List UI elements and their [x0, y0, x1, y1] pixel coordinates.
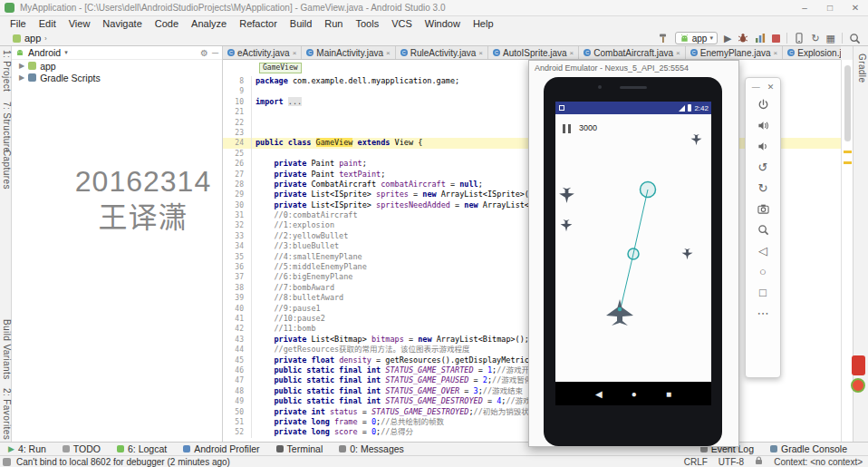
menu-item-build[interactable]: Build: [284, 16, 318, 31]
tab-label: CombatAircraft.java: [593, 48, 673, 58]
menu-item-view[interactable]: View: [63, 16, 97, 31]
terminal-icon: [276, 445, 284, 452]
tool-button-captures[interactable]: Captures: [0, 150, 12, 190]
tool-button-todo[interactable]: TODO: [54, 443, 109, 454]
tool-button-build-variants[interactable]: Build Variants: [0, 319, 12, 380]
minimize-window-icon[interactable]: –: [792, 0, 817, 16]
emulator-volume-up-icon[interactable]: [746, 115, 780, 136]
search-icon[interactable]: [849, 33, 861, 44]
tab-enemyplane-java[interactable]: CEnemyPlane.java×: [686, 46, 784, 59]
nav-back-icon[interactable]: ◀: [595, 389, 603, 399]
profiler-icon[interactable]: [755, 33, 766, 44]
emulator-overview-icon[interactable]: □: [746, 282, 780, 303]
tool-button-android-profiler[interactable]: Android Profiler: [175, 443, 267, 454]
close-tab-icon[interactable]: ×: [570, 49, 574, 57]
floating-widget[interactable]: [851, 355, 865, 393]
menu-item-navigate[interactable]: Navigate: [96, 16, 148, 31]
emulator-power-icon[interactable]: [746, 94, 780, 115]
close-tab-icon[interactable]: ×: [774, 49, 778, 57]
tool-button-1-project[interactable]: 1: Project: [0, 50, 12, 92]
debug-bug-icon[interactable]: [738, 33, 748, 44]
tab-combataircraft-java[interactable]: CCombatAircraft.java×: [579, 46, 685, 59]
stop-button[interactable]: [772, 34, 780, 43]
warning-stripe-mark[interactable]: [844, 151, 852, 153]
tab-autoisprite-java[interactable]: CAutoISprite.java×: [488, 46, 579, 59]
pause-button[interactable]: [563, 124, 571, 133]
avd-manager-icon[interactable]: [794, 33, 805, 44]
menu-item-tools[interactable]: Tools: [349, 16, 385, 31]
nav-overview-icon[interactable]: ■: [666, 389, 671, 399]
gradle-sync-icon[interactable]: ↻: [811, 33, 819, 44]
maximize-window-icon[interactable]: □: [817, 0, 843, 16]
emulator-more-icon[interactable]: ⋯: [746, 303, 780, 324]
build-hammer-icon[interactable]: [658, 33, 669, 44]
collapse-panel-icon[interactable]: ─: [212, 48, 218, 58]
emulator-volume-down-icon[interactable]: [746, 136, 780, 157]
tool-button-terminal[interactable]: Terminal: [268, 443, 332, 454]
tab-explosion-java[interactable]: CExplosion.java×: [783, 46, 841, 59]
player-aircraft-sprite[interactable]: [604, 298, 635, 329]
tool-button-4-run[interactable]: ▶4: Run: [0, 443, 54, 454]
line-number: 35: [223, 252, 252, 262]
menu-item-code[interactable]: Code: [149, 16, 185, 31]
context-indicator[interactable]: Context: <no context>: [774, 457, 863, 467]
tool-button-7-structure[interactable]: 7: Structure: [0, 102, 12, 153]
emulator-zoom-icon[interactable]: [746, 219, 780, 240]
project-tree-item-gradle-scripts[interactable]: ▶ Gradle Scripts: [12, 72, 222, 83]
phone-screen[interactable]: 2:42 3000: [555, 102, 711, 405]
run-config-select[interactable]: app ▾: [675, 32, 718, 44]
menu-item-vcs[interactable]: VCS: [385, 16, 419, 31]
close-tab-icon[interactable]: ×: [386, 49, 391, 57]
tab-eactivity-java[interactable]: CeActivity.java×: [223, 46, 302, 59]
scrollbar-thumb[interactable]: [844, 65, 851, 141]
menu-item-help[interactable]: Help: [467, 16, 500, 31]
emulator-screenshot-icon[interactable]: [746, 199, 780, 219]
floating-mascot-icon[interactable]: [851, 378, 865, 393]
tool-button-gradle[interactable]: Gradle: [855, 54, 867, 83]
run-button[interactable]: ▶: [724, 33, 731, 44]
close-tab-icon[interactable]: ×: [293, 49, 297, 57]
chevron-right-icon[interactable]: ▶: [19, 73, 24, 82]
close-window-icon[interactable]: ✕: [843, 0, 868, 16]
lock-icon[interactable]: [755, 456, 763, 467]
floating-badge-icon[interactable]: [852, 355, 865, 375]
breadcrumb[interactable]: app ›: [13, 33, 47, 44]
project-view-label[interactable]: Android: [28, 47, 61, 58]
line-ending-indicator[interactable]: CRLF: [684, 457, 708, 467]
warning-stripe-mark[interactable]: [844, 161, 852, 164]
emulator-rotate-left-icon[interactable]: ↺: [746, 157, 780, 178]
tool-button-6-logcat[interactable]: 6: Logcat: [109, 443, 175, 454]
close-tab-icon[interactable]: ×: [676, 49, 680, 57]
emulator-close-icon[interactable]: ✕: [767, 83, 775, 92]
project-tree-item-app[interactable]: ▶ app: [12, 60, 222, 72]
breadcrumb-label[interactable]: app: [24, 33, 41, 44]
emulator-back-icon[interactable]: ◁: [746, 240, 780, 261]
menu-item-analyze[interactable]: Analyze: [185, 16, 233, 31]
tab-ruleactivity-java[interactable]: CRuleActivity.java×: [396, 46, 488, 59]
tool-button-gradle-console[interactable]: Gradle Console: [762, 443, 855, 454]
emulator-minimize-icon[interactable]: —: [752, 83, 760, 92]
tool-button-0-messages[interactable]: 0: Messages: [331, 443, 412, 454]
project-tree-label[interactable]: Gradle Scripts: [40, 73, 101, 83]
chevron-right-icon[interactable]: ▶: [19, 62, 24, 70]
tool-button-2-favorites[interactable]: 2: Favorites: [0, 388, 12, 440]
project-view-header[interactable]: Android ▾ ⚙ ─: [12, 46, 222, 60]
game-area[interactable]: 3000: [555, 114, 711, 382]
emulator-rotate-right-icon[interactable]: ↻: [746, 178, 780, 199]
gradle-icon: [770, 445, 777, 452]
encoding-indicator[interactable]: UTF-8: [719, 457, 744, 467]
line-number: 21: [223, 107, 252, 117]
tab-mainactivity-java[interactable]: CMainActivity.java×: [302, 46, 395, 59]
menu-item-file[interactable]: File: [4, 16, 33, 31]
menu-item-edit[interactable]: Edit: [33, 16, 63, 31]
menu-item-refactor[interactable]: Refactor: [233, 16, 284, 31]
sdk-manager-icon[interactable]: ▦: [826, 33, 835, 44]
nav-home-icon[interactable]: ●: [632, 389, 637, 399]
emulator-home-icon[interactable]: ○: [746, 261, 780, 282]
close-tab-icon[interactable]: ×: [478, 49, 483, 57]
gear-icon[interactable]: ⚙: [200, 48, 208, 58]
menu-item-window[interactable]: Window: [419, 16, 467, 31]
project-tree-label[interactable]: app: [40, 61, 56, 72]
menu-item-run[interactable]: Run: [318, 16, 349, 31]
toolwindow-switcher-icon[interactable]: [3, 458, 11, 466]
